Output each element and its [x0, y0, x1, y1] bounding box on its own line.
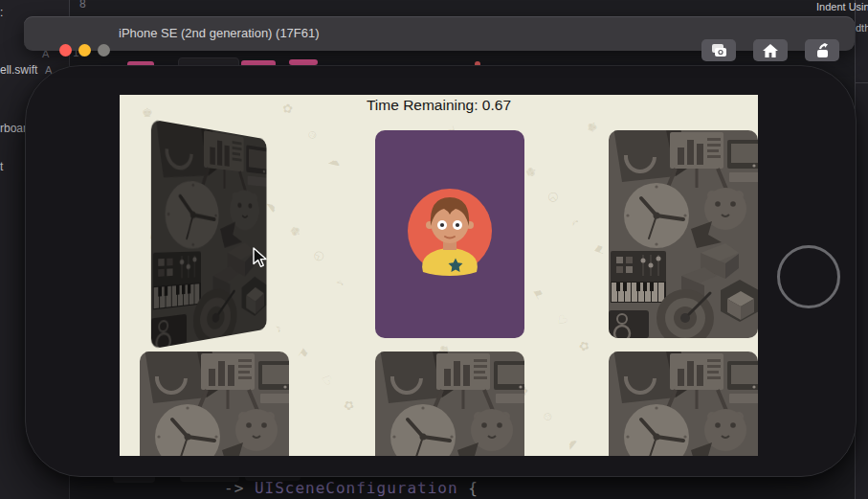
code-brace: { [458, 479, 479, 497]
card-top-center-revealed[interactable] [375, 130, 524, 338]
card-bottom-left[interactable] [140, 352, 289, 456]
screenshot-button[interactable] [701, 39, 736, 61]
close-button[interactable] [59, 44, 72, 57]
mouse-cursor [253, 247, 268, 268]
pattern-glyph: ♚ [523, 164, 541, 180]
line-number: 8 [59, 0, 86, 11]
navigator-item-storyboard[interactable]: rboar [0, 122, 27, 135]
pattern-glyph: ◷ [311, 248, 326, 265]
card-back-pattern [140, 352, 289, 456]
navigator-item-fragment2[interactable]: t [0, 160, 3, 173]
pattern-glyph: ♚ [286, 222, 304, 239]
inspector-label-indent: Indent Usin [816, 1, 868, 12]
pattern-glyph: ♚ [584, 118, 600, 135]
timer-label: Time Remaining: 0.67 [120, 97, 758, 114]
code-arrow: -> [224, 479, 244, 497]
pattern-glyph: ☁ [561, 434, 580, 453]
card-back-pattern [151, 119, 267, 349]
card-top-right[interactable] [609, 130, 758, 338]
touch-indicator-circle [777, 245, 840, 308]
navigator-item-file[interactable]: ell.swift [0, 63, 37, 77]
card-back-pattern [609, 352, 758, 456]
pattern-glyph: ☁ [264, 196, 283, 215]
device-bezel: ♚☁☺✿♡⚑♪◷♚☁☺✿♡⚑♪◷♚☁☺✿♡⚑♪◷♚☁☺✿♡⚑♪◷♚☁☺✿♡⚑♪◷… [25, 65, 857, 477]
navigator-item-fragment[interactable]: : [0, 6, 3, 19]
pattern-glyph: ☺ [538, 408, 557, 427]
game-screen: ♚☁☺✿♡⚑♪◷♚☁☺✿♡⚑♪◷♚☁☺✿♡⚑♪◷♚☁☺✿♡⚑♪◷♚☁☺✿♡⚑♪◷… [120, 95, 758, 456]
inspector-panel [855, 0, 868, 499]
card-bottom-right[interactable] [609, 352, 758, 456]
pattern-glyph: ☺ [302, 125, 321, 144]
share-icon [813, 42, 831, 58]
avatar-card-face [375, 130, 524, 338]
simulator-titlebar[interactable]: iPhone SE (2nd generation) (17F61) [24, 16, 855, 51]
xcode-code-line: -> UISceneConfiguration { [224, 479, 479, 497]
pattern-glyph: ⚑ [530, 285, 547, 304]
inspector-label-width: dth [856, 22, 868, 34]
window-title: iPhone SE (2nd generation) (17F61) [119, 16, 320, 51]
share-button[interactable] [805, 39, 839, 61]
pattern-glyph: ♡ [552, 311, 570, 329]
camera-icon [709, 43, 728, 58]
code-type-name: UISceneConfiguration [244, 479, 457, 497]
zoom-button-disabled[interactable] [98, 44, 110, 57]
card-back-pattern [375, 352, 524, 456]
pattern-glyph: ♪ [331, 279, 346, 287]
screenshot-root: : ell.swift A rboar t 8 10 A Indent Usin… [0, 0, 868, 499]
pattern-glyph: ♡ [318, 373, 335, 388]
pattern-glyph: ⚑ [295, 345, 312, 363]
pattern-glyph: ✿ [575, 338, 592, 354]
pattern-glyph: ✿ [344, 398, 355, 414]
pattern-glyph: ⚑ [591, 242, 609, 258]
pattern-glyph: ☁ [326, 152, 342, 170]
minimize-button[interactable] [78, 44, 91, 57]
card-top-left-flipping[interactable] [151, 119, 267, 349]
home-icon [762, 43, 779, 58]
inspector-row-divider [855, 82, 868, 83]
card-bottom-center[interactable] [375, 352, 524, 456]
home-button[interactable] [753, 39, 788, 61]
pattern-glyph: ♪ [568, 215, 581, 231]
card-back-pattern [609, 130, 758, 338]
pattern-glyph: ♪ [271, 321, 285, 335]
pattern-glyph: ◷ [545, 189, 562, 207]
